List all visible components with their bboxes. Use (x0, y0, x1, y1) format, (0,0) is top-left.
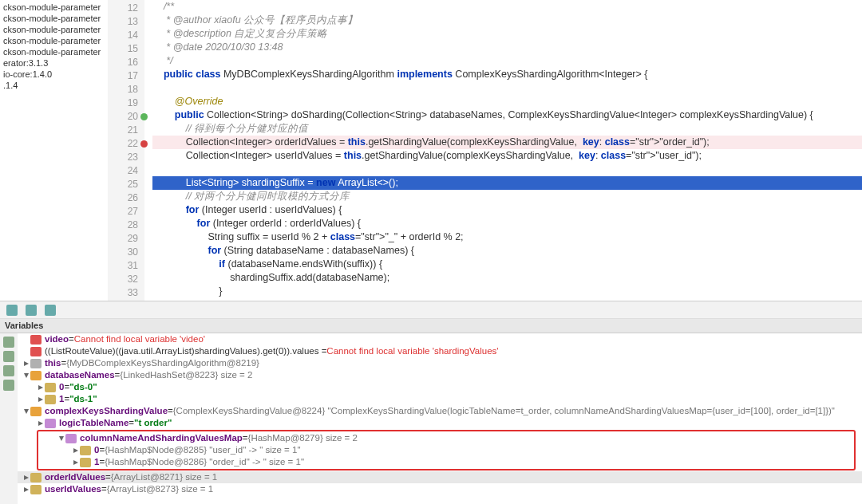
code-line[interactable]: Collection<Integer> orderIdValues = this… (152, 136, 862, 149)
project-item[interactable]: .1.4 (3, 80, 105, 91)
debug-side-icons[interactable] (0, 333, 18, 504)
var-icon (45, 395, 56, 404)
tree-twisty[interactable]: ▸ (22, 471, 30, 483)
var-icon (45, 383, 56, 392)
code-line[interactable]: for (String databaseName : databaseNames… (152, 244, 862, 258)
tree-twisty[interactable]: ▸ (37, 393, 45, 405)
gutter[interactable]: 1213141516171819202122232425262728293031… (108, 0, 144, 301)
variable-row[interactable]: ▸0 = {HashMap$Node@8285} "user_id" -> " … (38, 444, 854, 456)
code-line[interactable]: if (databaseName.endsWith(suffix)) { (152, 258, 862, 271)
code-line[interactable]: // 对两个分片健同时取模的方式分库 (152, 190, 862, 203)
variables-tree[interactable]: video = Cannot find local variable 'vide… (18, 333, 862, 504)
variable-row[interactable]: ((ListRouteValue)((java.util.ArrayList)s… (18, 345, 862, 357)
project-item[interactable]: erator:3.1.3 (3, 57, 105, 69)
code-line[interactable]: public Collection<String> doSharding(Col… (152, 108, 862, 122)
variable-row[interactable]: ▸userIdValues = {ArrayList@8273} size = … (18, 483, 862, 495)
project-item[interactable]: ckson-module-parameter (3, 13, 105, 24)
project-item[interactable]: ckson-module-parameter (3, 24, 105, 35)
variable-row[interactable]: ▾complexKeysShardingValue = {ComplexKeys… (18, 405, 862, 417)
code-line[interactable]: shardingSuffix.add(databaseName); (152, 271, 862, 285)
step-icon[interactable] (26, 305, 37, 316)
var-icon (45, 419, 56, 428)
var-icon (30, 359, 42, 368)
code-line[interactable]: */ (152, 54, 862, 68)
code-line[interactable]: for (Integer orderId : orderIdValues) { (152, 217, 862, 230)
variable-row[interactable]: ▾columnNameAndShardingValuesMap = {HashM… (38, 432, 854, 444)
tree-twisty[interactable]: ▾ (22, 405, 30, 417)
highlighted-box: ▾columnNameAndShardingValuesMap = {HashM… (37, 430, 856, 471)
code-line[interactable]: List<String> shardingSuffix = new ArrayL… (152, 176, 862, 190)
code-line[interactable] (152, 163, 862, 176)
code-line[interactable]: Collection<Integer> userIdValues = this.… (152, 149, 862, 163)
tree-twisty[interactable]: ▸ (37, 381, 45, 393)
step-icon[interactable] (45, 305, 56, 316)
variable-row[interactable]: video = Cannot find local variable 'vide… (18, 333, 862, 345)
variable-row[interactable]: ▸logicTableName = "t order" (18, 417, 862, 429)
editor[interactable]: 1213141516171819202122232425262728293031… (108, 0, 862, 301)
debug-toolbar[interactable] (0, 301, 862, 319)
variable-row[interactable]: ▾databaseNames = {LinkedHashSet@8223} si… (18, 369, 862, 381)
code-line[interactable]: } (152, 285, 862, 298)
variable-row[interactable]: ▸1 = {HashMap$Node@8286} "order_id" -> "… (38, 456, 854, 468)
var-icon (30, 335, 42, 345)
var-icon (30, 485, 42, 494)
code-line[interactable]: for (Integer userId : userIdValues) { (152, 203, 862, 217)
variable-row[interactable]: ▸1 = "ds-1" (18, 393, 862, 405)
code-line[interactable] (152, 81, 862, 95)
tree-twisty[interactable]: ▸ (72, 456, 80, 468)
variable-row[interactable]: ▸this = {MyDBComplexKeysShardingAlgorith… (18, 357, 862, 369)
tree-twisty[interactable]: ▸ (22, 357, 30, 369)
var-icon (30, 473, 42, 482)
project-item[interactable]: ckson-module-parameter (3, 35, 105, 46)
code-line[interactable]: * @date 2020/10/30 13:48 (152, 41, 862, 54)
var-icon (30, 407, 42, 416)
var-icon (30, 347, 42, 356)
project-item[interactable]: ckson-module-parameter (3, 46, 105, 57)
tree-twisty[interactable]: ▾ (57, 432, 65, 444)
tree-twisty[interactable]: ▸ (22, 483, 30, 495)
var-icon (80, 446, 91, 455)
code-line[interactable]: /** (152, 0, 862, 14)
code-line[interactable]: * @author xiaofu 公众号【程序员内点事】 (152, 14, 862, 27)
tree-twisty[interactable]: ▸ (37, 417, 45, 429)
variable-row[interactable]: ▸orderIdValues = {ArrayList@8271} size =… (18, 471, 862, 483)
step-icon[interactable] (6, 305, 18, 316)
code-line[interactable]: String suffix = userId % 2 + class="str"… (152, 230, 862, 244)
var-icon (80, 458, 91, 467)
project-item[interactable]: io-core:1.4.0 (3, 69, 105, 80)
variable-row[interactable]: ▸0 = "ds-0" (18, 381, 862, 393)
code-line[interactable]: * @description 自定义复合分库策略 (152, 27, 862, 41)
project-tree[interactable]: ckson-module-parameterckson-module-param… (0, 0, 108, 301)
tree-twisty[interactable]: ▸ (72, 444, 80, 456)
code-area[interactable]: /** * @author xiaofu 公众号【程序员内点事】 * @desc… (144, 0, 862, 301)
variables-tab[interactable]: Variables (0, 319, 862, 333)
project-item[interactable]: ckson-module-parameter (3, 2, 105, 13)
var-icon (30, 371, 42, 380)
code-line[interactable]: @Override (152, 95, 862, 108)
var-icon (65, 434, 77, 443)
code-line[interactable]: public class MyDBComplexKeysShardingAlgo… (152, 68, 862, 81)
tree-twisty[interactable]: ▾ (22, 369, 30, 381)
code-line[interactable]: // 得到每个分片健对应的值 (152, 122, 862, 136)
